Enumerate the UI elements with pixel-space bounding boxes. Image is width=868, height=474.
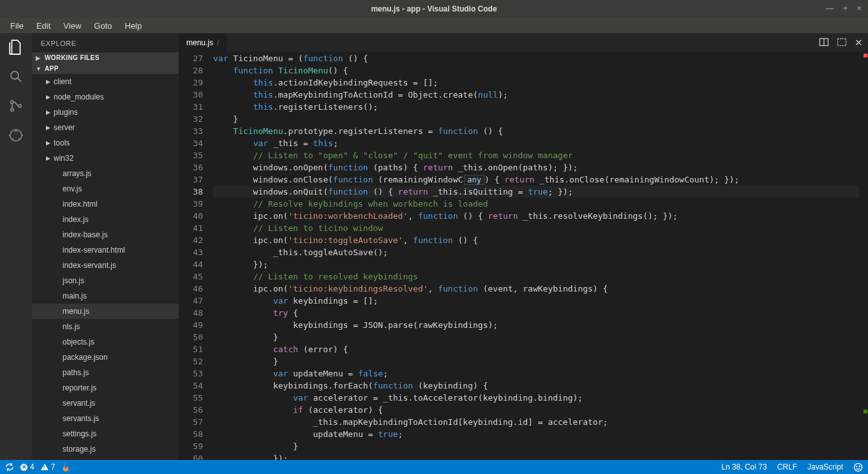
code-line[interactable]: // Listen to resolved keybindings — [213, 270, 859, 283]
line-number: 37 — [179, 174, 203, 186]
tree-file[interactable]: paths.js — [32, 365, 179, 380]
code-line[interactable]: this.registerListeners(); — [213, 101, 859, 113]
git-icon[interactable] — [7, 97, 25, 115]
feedback-icon[interactable] — [853, 463, 863, 472]
code-line[interactable]: this.mapKeybindingToActionId = Object.cr… — [213, 89, 859, 101]
editor-options-icon[interactable] — [837, 37, 847, 48]
tree-file[interactable]: index.js — [32, 212, 179, 227]
code-line[interactable]: ipc.on('ticino:toggleAutoSave', function… — [213, 234, 859, 246]
statusbar: ✕ 4 7 Ln 38, Col 73 CRLF JavaScript — [0, 460, 868, 474]
tree-file[interactable]: servant.js — [32, 396, 179, 411]
code-line[interactable]: }); — [213, 258, 859, 270]
line-number: 45 — [179, 270, 203, 283]
tree-item-label: tools — [54, 138, 70, 147]
tree-file[interactable]: main.js — [32, 288, 179, 304]
code-line[interactable]: try { — [213, 307, 859, 319]
code-line[interactable]: ipc.on('ticino:keybindingsResolved', fun… — [213, 283, 859, 295]
tree-file[interactable]: storage.js — [32, 441, 179, 457]
close-window-button[interactable]: × — [857, 3, 862, 13]
line-number: 40 — [179, 210, 203, 222]
explorer-icon[interactable] — [7, 38, 25, 56]
sync-icon[interactable] — [5, 463, 14, 471]
code-line[interactable]: catch (error) { — [213, 343, 859, 355]
tree-file[interactable]: reporter.js — [32, 380, 179, 396]
code-line[interactable]: windows.onQuit(function () { return _thi… — [213, 186, 859, 198]
code-line[interactable]: _this.toggleAutoSave(); — [213, 246, 859, 258]
tree-folder[interactable]: ▶tools — [32, 135, 179, 151]
code-line[interactable]: }); — [213, 452, 859, 460]
flame-icon[interactable] — [61, 463, 70, 471]
menu-goto[interactable]: Goto — [89, 20, 117, 32]
tree-folder[interactable]: ▶node_modules — [32, 89, 179, 105]
tree-folder[interactable]: ▶client — [32, 74, 179, 89]
search-icon[interactable] — [7, 68, 25, 85]
maximize-button[interactable]: + — [843, 3, 848, 13]
svg-point-2 — [11, 108, 13, 111]
tree-file[interactable]: nls.js — [32, 319, 179, 334]
file-tree[interactable]: ▶client▶node_modules▶plugins▶server▶tool… — [32, 74, 179, 460]
tree-file[interactable]: json.js — [32, 273, 179, 288]
code-content[interactable]: var TicinoMenu = (function () { function… — [213, 52, 859, 460]
tree-file[interactable]: servants.js — [32, 411, 179, 426]
menu-file[interactable]: File — [5, 20, 29, 32]
debug-icon[interactable] — [7, 126, 25, 144]
code-line[interactable]: // Listen to "open" & "close" / "quit" e… — [213, 149, 859, 161]
status-warnings[interactable]: 7 — [41, 463, 56, 471]
code-line[interactable]: // Listen to ticino window — [213, 222, 859, 234]
menu-edit[interactable]: Edit — [31, 20, 56, 32]
code-line[interactable]: updateMenu = true; — [213, 428, 859, 440]
split-editor-icon[interactable] — [819, 37, 829, 48]
code-line[interactable]: var TicinoMenu = (function () { — [213, 52, 859, 64]
code-line[interactable]: keybindings.forEach(function (keybinding… — [213, 380, 859, 392]
code-line[interactable]: } — [213, 440, 859, 452]
code-line[interactable]: ipc.on('ticino:workbenchLoaded', functio… — [213, 210, 859, 222]
code-line[interactable]: var _this = this; — [213, 137, 859, 149]
tree-file[interactable]: index-servant.js — [32, 258, 179, 273]
tab-menu-js[interactable]: menu.js / — [179, 33, 227, 52]
close-editor-icon[interactable]: ✕ — [855, 37, 863, 48]
code-line[interactable]: if (accelerator) { — [213, 404, 859, 416]
code-line[interactable]: windows.onOpen(function (paths) { return… — [213, 161, 859, 174]
code-line[interactable]: this.actionIdKeybindingRequests = []; — [213, 77, 859, 89]
tree-file[interactable]: env.js — [32, 181, 179, 196]
chevron-right-icon: ▶ — [45, 124, 51, 131]
code-line[interactable]: var accelerator = _this.toAccelerator(ke… — [213, 392, 859, 404]
menu-view[interactable]: View — [58, 20, 86, 32]
editor-scroller[interactable]: 2728293031323334353637383940414243444546… — [179, 52, 868, 460]
minimize-button[interactable]: — — [826, 3, 834, 13]
eol-indicator[interactable]: CRLF — [777, 463, 797, 471]
line-number: 59 — [179, 440, 203, 452]
tree-file[interactable]: arrays.js — [32, 166, 179, 181]
tree-file[interactable]: index-servant.html — [32, 242, 179, 258]
code-line[interactable]: // Resolve keybindings when workbench is… — [213, 198, 859, 210]
working-files-header[interactable]: ▶ WORKING FILES — [32, 52, 179, 63]
code-line[interactable]: _this.mapKeybindingToActionId[keybinding… — [213, 416, 859, 428]
tree-folder[interactable]: ▶win32 — [32, 151, 179, 166]
menu-help[interactable]: Help — [120, 20, 147, 32]
chevron-down-icon: ▼ — [36, 66, 42, 72]
code-line[interactable]: keybindings = JSON.parse(rawKeybindings)… — [213, 319, 859, 331]
tree-folder[interactable]: ▶server — [32, 120, 179, 135]
cursor-position[interactable]: Ln 38, Col 73 — [721, 463, 767, 471]
code-line[interactable]: TicinoMenu.prototype.registerListeners =… — [213, 125, 859, 137]
code-line[interactable]: var updateMenu = false; — [213, 367, 859, 380]
code-line[interactable]: } — [213, 331, 859, 343]
tree-file[interactable]: index-base.js — [32, 227, 179, 242]
code-line[interactable]: windows.onClose(function (remainingWindo… — [213, 174, 859, 186]
language-mode[interactable]: JavaScript — [807, 463, 843, 471]
tree-item-label: servants.js — [63, 414, 99, 423]
status-errors[interactable]: ✕ 4 — [20, 463, 34, 471]
overview-ruler[interactable] — [859, 52, 868, 460]
tree-file[interactable]: objects.js — [32, 334, 179, 350]
project-header[interactable]: ▼ APP — [32, 63, 179, 74]
tree-file[interactable]: index.html — [32, 196, 179, 212]
code-line[interactable]: } — [213, 355, 859, 367]
tree-file[interactable]: package.json — [32, 350, 179, 365]
code-line[interactable]: function TicinoMenu() { — [213, 64, 859, 77]
tree-folder[interactable]: ▶plugins — [32, 105, 179, 120]
code-line[interactable]: } — [213, 113, 859, 125]
code-line[interactable]: var keybindings = []; — [213, 295, 859, 307]
tree-file[interactable]: menu.js — [32, 304, 179, 319]
tree-file[interactable]: settings.js — [32, 426, 179, 441]
line-number: 43 — [179, 246, 203, 258]
